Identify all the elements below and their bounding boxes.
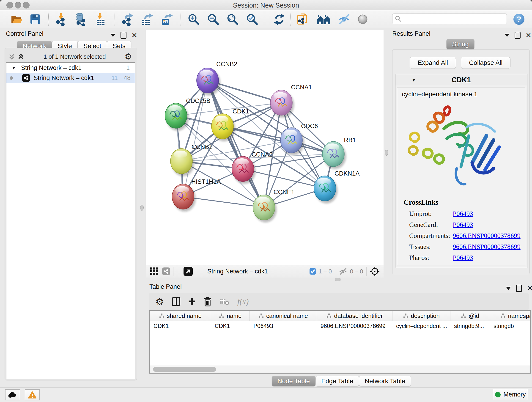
node-label: CCNA2 bbox=[252, 151, 273, 158]
node-label: CCNA1 bbox=[291, 84, 312, 91]
warnings-button[interactable] bbox=[25, 389, 40, 400]
column-header-name[interactable]: name bbox=[211, 311, 250, 321]
horizontal-scrollbar[interactable] bbox=[150, 366, 530, 373]
add-column-icon[interactable]: ✚ bbox=[188, 297, 196, 307]
protein-node-CCNA1[interactable]: CCNA1 bbox=[270, 84, 312, 118]
horizontal-splitter-handle[interactable] bbox=[335, 278, 341, 281]
columns-icon[interactable] bbox=[172, 297, 181, 306]
crosslink-value-link[interactable]: 9606.ENSP00000378699 bbox=[453, 243, 520, 250]
gear-icon[interactable]: ⚙ bbox=[155, 296, 164, 307]
protein-node-CDC6[interactable]: CDC6 bbox=[280, 123, 318, 155]
gear-icon[interactable]: ⚙ bbox=[125, 52, 132, 61]
network-collection-row[interactable]: ▼ String Network – cdk1 1 bbox=[6, 63, 135, 73]
detach-view-icon[interactable] bbox=[184, 267, 193, 276]
cloud-button[interactable] bbox=[5, 389, 20, 400]
table-panel-title: Table Panel bbox=[149, 283, 182, 290]
table-cell[interactable]: cyclin–dependent ... bbox=[393, 321, 450, 331]
column-header-description[interactable]: description bbox=[393, 311, 450, 321]
node-label: CCNB1 bbox=[191, 143, 213, 150]
tab-network-table[interactable]: Network Table bbox=[359, 376, 411, 386]
export-table-icon[interactable] bbox=[140, 13, 153, 26]
home-icon[interactable] bbox=[317, 13, 331, 26]
collapse-panel-icon[interactable] bbox=[110, 34, 115, 37]
column-header-namespace[interactable]: namespace bbox=[490, 311, 531, 321]
tab-string[interactable]: String bbox=[446, 39, 475, 50]
string-network-graph[interactable]: CCNB2CCNA1CDC25BCDK1CDC6RB1CCNB1CCNA2CDK… bbox=[146, 30, 384, 265]
tree-expander-icon[interactable]: ▼ bbox=[12, 65, 16, 70]
close-panel-icon[interactable]: ✕ bbox=[526, 32, 531, 38]
network-canvas[interactable]: CCNB2CCNA1CDC25BCDK1CDC6RB1CCNB1CCNA2CDK… bbox=[146, 30, 384, 265]
share-document-icon[interactable] bbox=[297, 13, 309, 26]
protein-node-CCNB2[interactable]: CCNB2 bbox=[196, 61, 237, 95]
expand-all-icon[interactable] bbox=[17, 53, 25, 61]
table-cell[interactable]: 9606.ENSP00000378699 bbox=[317, 321, 393, 331]
help-icon[interactable]: ? bbox=[513, 13, 525, 26]
close-panel-icon[interactable]: ✕ bbox=[527, 285, 532, 291]
memory-button[interactable]: Memory bbox=[493, 389, 528, 400]
search-icon bbox=[395, 15, 402, 22]
column-header-shared-name[interactable]: shared name bbox=[150, 311, 211, 321]
import-network-icon[interactable] bbox=[55, 13, 68, 26]
import-database-icon[interactable] bbox=[74, 13, 87, 26]
table-cell[interactable]: P06493 bbox=[250, 321, 317, 331]
import-table-icon[interactable] bbox=[94, 13, 107, 26]
export-network-icon[interactable] bbox=[121, 13, 134, 26]
control-panel-controls: ✕ bbox=[110, 32, 137, 39]
export-image-icon[interactable] bbox=[160, 13, 173, 26]
refresh-icon[interactable] bbox=[273, 13, 285, 26]
birdseye-view-icon[interactable] bbox=[370, 266, 380, 276]
show-hide-panels-icon[interactable] bbox=[337, 13, 351, 26]
table-cell[interactable]: stringdb bbox=[490, 321, 531, 331]
open-session-icon[interactable] bbox=[10, 13, 23, 26]
crosslink-label: Compartments: bbox=[409, 232, 453, 240]
table-panel-controls: ✕ bbox=[506, 285, 532, 292]
search-input[interactable] bbox=[402, 14, 507, 24]
grid-view-icon[interactable] bbox=[150, 267, 158, 276]
column-header-canonical-name[interactable]: canonical name bbox=[250, 311, 317, 321]
tab-node-table[interactable]: Node Table bbox=[272, 376, 316, 386]
network-edge[interactable] bbox=[208, 80, 264, 207]
crosslink-label: Uniprot: bbox=[409, 210, 453, 217]
protein-node-RB1[interactable]: RB1 bbox=[322, 137, 356, 169]
zoom-fit-icon[interactable] bbox=[226, 13, 239, 26]
zoom-selected-icon[interactable] bbox=[246, 13, 258, 26]
float-panel-icon[interactable] bbox=[515, 32, 520, 39]
table-cell[interactable]: CDK1 bbox=[211, 321, 250, 331]
protein-node-HIST1H1A[interactable]: HIST1H1A bbox=[172, 178, 221, 211]
crosslink-value-link[interactable]: P06493 bbox=[453, 254, 473, 262]
collapse-all-button[interactable]: Collapse All bbox=[461, 57, 510, 69]
crosslink-value-link[interactable]: P06493 bbox=[453, 221, 473, 229]
save-session-icon[interactable] bbox=[29, 13, 41, 26]
collapse-all-icon[interactable] bbox=[8, 53, 16, 61]
float-panel-icon[interactable] bbox=[516, 285, 522, 292]
zoom-in-icon[interactable] bbox=[187, 13, 200, 26]
status-separator bbox=[335, 267, 335, 276]
eye-icon[interactable] bbox=[357, 13, 368, 26]
crosslink-value-link[interactable]: 9606.ENSP00000378699 bbox=[453, 232, 520, 240]
expand-all-button[interactable]: Expand All bbox=[410, 57, 456, 69]
network-share-view-icon[interactable] bbox=[162, 268, 170, 275]
close-panel-icon[interactable]: ✕ bbox=[132, 32, 137, 38]
table-row[interactable]: CDK1CDK1P064939606.ENSP00000378699cyclin… bbox=[150, 321, 530, 331]
selected-checkbox-icon[interactable] bbox=[309, 268, 316, 275]
column-header-@id[interactable]: @id bbox=[450, 311, 490, 321]
protein-node-CCNE1[interactable]: CCNE1 bbox=[253, 189, 295, 222]
float-panel-icon[interactable] bbox=[120, 32, 127, 39]
tab-edge-table[interactable]: Edge Table bbox=[316, 376, 359, 386]
collapse-panel-icon[interactable] bbox=[505, 34, 510, 37]
protein-node-CDKN1A[interactable]: CDKN1A bbox=[314, 170, 360, 203]
table-cell[interactable]: CDK1 bbox=[150, 321, 211, 331]
gene-section-header[interactable]: ▼ CDK1 bbox=[395, 74, 527, 86]
section-expander-icon[interactable]: ▼ bbox=[412, 77, 416, 83]
left-splitter-handle[interactable] bbox=[140, 205, 144, 211]
crosslink-value-link[interactable]: P06493 bbox=[453, 210, 473, 217]
zoom-out-icon[interactable] bbox=[207, 13, 219, 26]
table-cell[interactable]: stringdb:9... bbox=[450, 321, 490, 331]
delete-column-icon[interactable] bbox=[203, 297, 212, 307]
scrollbar-thumb[interactable] bbox=[153, 367, 216, 372]
control-panel-title: Control Panel bbox=[6, 30, 44, 37]
network-row-selected[interactable]: String Network – cdk1 11 48 bbox=[6, 73, 135, 83]
column-header-database-identifier[interactable]: database identifier bbox=[317, 311, 393, 321]
collapse-panel-icon[interactable] bbox=[506, 287, 511, 290]
right-splitter-handle[interactable] bbox=[385, 150, 388, 156]
